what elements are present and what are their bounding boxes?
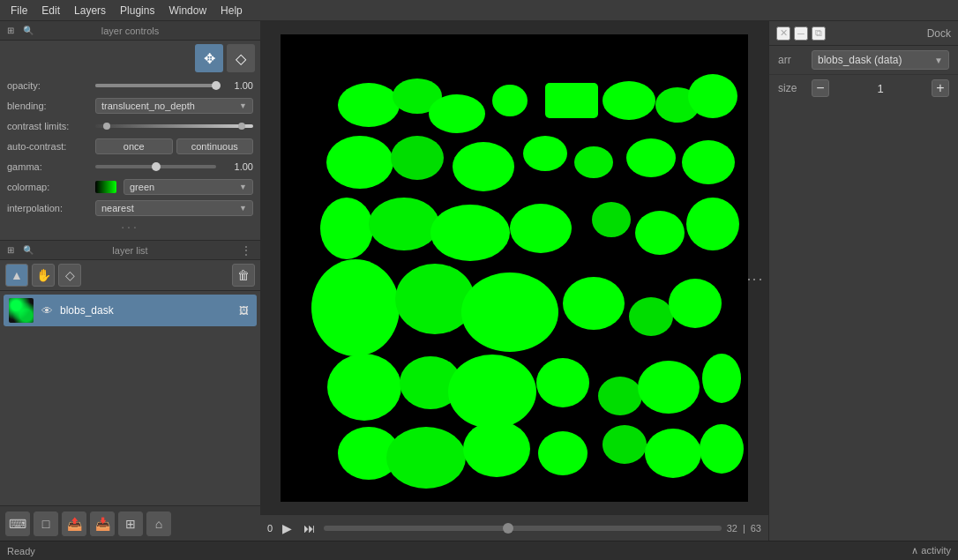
svg-point-1	[338, 83, 400, 127]
menu-help[interactable]: Help	[213, 3, 250, 19]
controls-toolbar: ✥ ◇	[0, 41, 260, 76]
layer-type-icon: 🖼	[236, 302, 251, 318]
status-activity[interactable]: ∧ activity	[911, 545, 951, 556]
dock-size-minus-btn[interactable]: −	[812, 79, 829, 97]
search2-icon[interactable]: 🔍	[21, 243, 35, 258]
grid-view-btn[interactable]: ⊞	[118, 511, 143, 536]
dock-size-plus-btn[interactable]: +	[932, 79, 949, 97]
svg-point-25	[461, 273, 558, 352]
gamma-label: gamma:	[7, 161, 95, 172]
layer-list-toolbar: ▲ ✋ ◇ 🗑	[0, 260, 260, 291]
save-btn[interactable]: 📤	[62, 511, 86, 536]
visibility-toggle[interactable]: 👁	[39, 302, 55, 318]
continuous-btn[interactable]: continuous	[176, 138, 254, 154]
svg-point-38	[463, 421, 530, 477]
svg-point-20	[592, 202, 631, 237]
menu-plugins[interactable]: Plugins	[113, 3, 161, 19]
move-btn[interactable]: ✥	[195, 44, 223, 72]
timeline-total: 63	[751, 523, 761, 534]
canvas-wrapper[interactable]	[260, 21, 768, 514]
canvas-side-menu[interactable]: ⋮	[745, 271, 765, 291]
load-btn[interactable]: 📥	[90, 511, 115, 536]
pan-tool-btn[interactable]: ✋	[32, 264, 55, 287]
select-tool-btn[interactable]: ▲	[5, 264, 28, 287]
layer-items-list: 👁 blobs_dask 🖼	[0, 291, 260, 505]
contrast-row: contrast limits:	[0, 116, 260, 136]
interpolation-select[interactable]: nearest ▼	[95, 200, 253, 216]
colormap-row: colormap: green ▼	[0, 176, 260, 198]
dock-arr-dropdown-arrow: ▼	[934, 56, 943, 65]
colormap-select[interactable]: green ▼	[123, 179, 253, 195]
canvas-content	[281, 34, 748, 502]
dock-min-btn[interactable]: ─	[794, 26, 808, 41]
dock-header: ✕ ─ ⧉ Dock	[769, 21, 958, 46]
svg-point-32	[536, 358, 589, 407]
layer-item[interactable]: 👁 blobs_dask 🖼	[4, 295, 257, 326]
menubar: File Edit Layers Plugins Window Help	[0, 0, 958, 21]
opacity-slider[interactable]: 1.00	[95, 80, 253, 91]
dock-size-row: size − 1 +	[769, 75, 958, 101]
colormap-swatch	[95, 181, 116, 193]
gamma-row: gamma: 1.00	[0, 157, 260, 176]
opacity-value: 1.00	[221, 80, 253, 91]
menu-layers[interactable]: Layers	[67, 3, 113, 19]
status-ready: Ready	[7, 546, 911, 556]
timeline: 0 ▶ ⏭ 32 | 63	[260, 514, 768, 541]
svg-rect-5	[545, 83, 598, 118]
search-icon[interactable]: 🔍	[21, 24, 35, 38]
layer-name: blobs_dask	[60, 304, 230, 317]
play-btn[interactable]: ▶	[278, 519, 296, 537]
erase-btn[interactable]: ◇	[227, 44, 255, 72]
svg-point-39	[538, 431, 588, 475]
svg-point-10	[391, 136, 444, 180]
left-panel: ⊞ 🔍 layer controls ✥ ◇ opacity: 1.00	[0, 21, 260, 541]
svg-point-41	[645, 429, 701, 478]
menu-file[interactable]: File	[4, 3, 34, 19]
svg-point-33	[598, 377, 642, 415]
blending-select[interactable]: translucent_no_depth ▼	[95, 98, 253, 114]
layers-btn[interactable]: □	[34, 511, 58, 536]
gamma-slider[interactable]: 1.00	[95, 161, 253, 172]
svg-point-24	[395, 264, 475, 334]
layer-list-menu[interactable]: ⋮	[237, 243, 255, 258]
erase-tool-btn[interactable]: ◇	[58, 264, 81, 287]
dock-size-label: size	[778, 82, 805, 94]
svg-point-14	[626, 138, 676, 177]
menu-window[interactable]: Window	[161, 3, 213, 19]
menu-edit[interactable]: Edit	[34, 3, 67, 19]
svg-point-42	[700, 424, 744, 474]
svg-point-26	[563, 277, 625, 330]
grid2-icon[interactable]: ⊞	[4, 243, 18, 258]
dock-arr-label: arr	[778, 54, 805, 66]
dock-close-btn[interactable]: ✕	[776, 26, 790, 41]
delete-layer-btn[interactable]: 🗑	[232, 264, 255, 287]
home-btn[interactable]: ⌂	[146, 511, 171, 536]
main-area: ⊞ 🔍 layer controls ✥ ◇ opacity: 1.00	[0, 21, 958, 541]
blending-dropdown-arrow: ▼	[239, 101, 247, 110]
statusbar: Ready ∧ activity	[0, 541, 958, 560]
contrast-slider[interactable]	[95, 124, 253, 128]
bottom-toolbar: ⌨ □ 📤 📥 ⊞ ⌂	[0, 505, 260, 541]
dock-arr-row: arr blobs_dask (data) ▼	[769, 46, 958, 75]
svg-point-35	[702, 354, 741, 403]
svg-point-18	[430, 205, 510, 261]
separator-dots: ···	[0, 219, 260, 235]
timeline-start: 0	[267, 523, 273, 534]
dock-arr-select[interactable]: blobs_dask (data) ▼	[812, 50, 949, 70]
layer-list-title: layer list	[112, 245, 147, 256]
auto-contrast-label: auto-contrast:	[7, 141, 95, 152]
end-btn[interactable]: ⏭	[301, 519, 318, 537]
timeline-separator: |	[743, 523, 745, 534]
timeline-scrubber[interactable]	[324, 526, 722, 531]
svg-point-9	[326, 136, 393, 189]
console-btn[interactable]: ⌨	[5, 511, 30, 536]
svg-point-34	[638, 361, 700, 414]
svg-point-11	[453, 142, 514, 191]
grid-icon[interactable]: ⊞	[4, 24, 18, 38]
dock-float-btn[interactable]: ⧉	[812, 26, 826, 41]
colormap-label: colormap:	[7, 182, 95, 192]
opacity-label: opacity:	[7, 80, 95, 91]
once-btn[interactable]: once	[95, 138, 173, 154]
opacity-row: opacity: 1.00	[0, 76, 260, 95]
interpolation-label: interpolation:	[7, 203, 95, 213]
